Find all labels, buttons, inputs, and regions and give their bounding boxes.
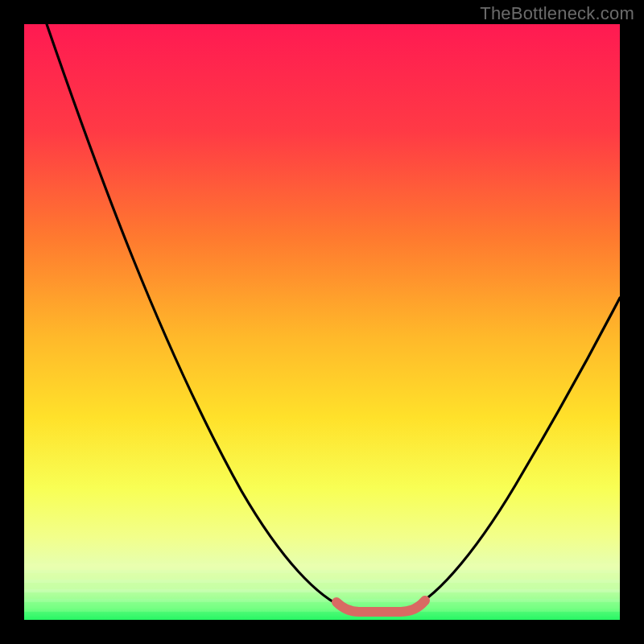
chart-canvas: TheBottleneck.com [0,0,644,644]
svg-rect-0 [24,564,620,570]
svg-rect-4 [24,602,620,610]
svg-rect-5 [24,612,620,620]
svg-rect-1 [24,573,620,580]
watermark-text: TheBottleneck.com [480,3,634,24]
svg-rect-2 [24,583,620,589]
gradient-panel [24,24,620,620]
heatmap-plot [0,0,644,644]
